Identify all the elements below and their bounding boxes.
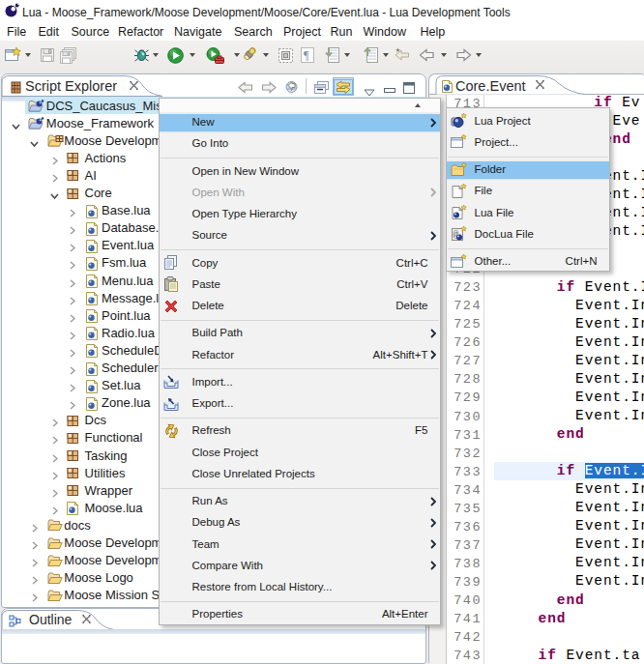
svg-text:¶: ¶ [304,48,309,62]
